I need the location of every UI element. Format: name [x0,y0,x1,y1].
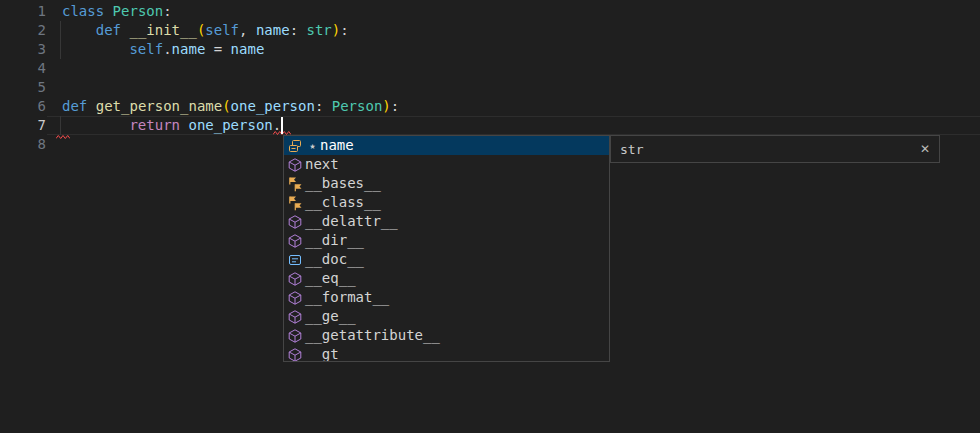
line-number: 8 [0,135,46,154]
code-token: name [256,22,290,38]
code-token: self [205,22,239,38]
text-cursor [281,117,283,134]
code-token: one_person [188,117,272,133]
code-token: : [391,98,399,114]
symbol-method-icon [287,157,303,173]
code-line[interactable]: class Person: [62,2,399,21]
code-token: = [205,41,230,57]
code-token: get_person_name [96,98,222,114]
code-line[interactable]: def get_person_name(one_person: Person): [62,97,399,116]
line-number: 2 [0,21,46,40]
symbol-class-icon [287,176,303,192]
code-token: return [129,117,180,133]
code-line[interactable] [62,59,399,78]
code-token: class [62,3,104,19]
code-line[interactable]: self.name = name [62,40,399,59]
code-token [62,22,96,38]
code-area[interactable]: class Person: def __init__(self, name: s… [62,2,399,154]
line-number: 6 [0,97,46,116]
suggestion-item[interactable]: __eq__ [284,269,609,288]
suggestion-item[interactable]: next [284,155,609,174]
suggestion-item[interactable]: __dir__ [284,231,609,250]
suggestion-item[interactable]: __getattribute__ [284,326,609,345]
code-token: name [231,41,265,57]
code-token [62,117,129,133]
symbol-method-icon [287,328,303,344]
code-token [104,3,112,19]
code-token [62,41,129,57]
suggestion-item[interactable]: __class__ [284,193,609,212]
suggestion-item[interactable]: __bases__ [284,174,609,193]
suggestion-label: __eq__ [305,269,356,288]
symbol-method-icon [287,233,303,249]
line-number: 5 [0,78,46,97]
symbol-method-icon [287,214,303,230]
code-token: one_person [231,98,315,114]
code-token: str [306,22,331,38]
suggestion-label: __ge__ [305,307,356,326]
symbol-method-icon [287,271,303,287]
code-token: ) [332,22,340,38]
code-token: : [163,3,171,19]
code-token: : [315,98,332,114]
code-token: name [172,41,206,57]
suggest-widget[interactable]: ★namenext__bases____class____delattr____… [283,135,610,362]
suggestion-label: name [320,136,354,155]
suggestion-label: __format__ [305,288,389,307]
suggestion-label: __bases__ [305,174,381,193]
code-token: . [163,41,171,57]
suggestion-label: next [305,155,339,174]
suggest-detail-panel: str ✕ [610,135,940,163]
star-icon: ★ [305,136,320,155]
line-number: 1 [0,2,46,21]
code-line[interactable]: def __init__(self, name: str): [62,21,399,40]
indent-guide [60,116,61,135]
code-line[interactable]: return one_person. [62,116,399,135]
symbol-method-icon [287,290,303,306]
suggestion-label: __delattr__ [305,212,398,231]
suggestion-item[interactable]: __format__ [284,288,609,307]
suggestion-item[interactable]: __doc__ [284,250,609,269]
suggestion-item[interactable]: ★name [284,136,609,155]
suggestion-label: __getattribute__ [305,326,440,345]
close-icon[interactable]: ✕ [920,140,930,159]
suggestion-label: __dir__ [305,231,364,250]
code-token: ( [222,98,230,114]
symbol-method-icon [287,347,303,363]
code-line[interactable] [62,78,399,97]
code-token: def [96,22,121,38]
line-number: 3 [0,40,46,59]
suggest-detail-text: str [620,140,643,159]
code-token [87,98,95,114]
code-token: : [340,22,348,38]
error-squiggle-icon [56,134,70,140]
suggestion-item[interactable]: __ge__ [284,307,609,326]
code-token: : [290,22,307,38]
line-number: 4 [0,59,46,78]
code-token: Person [113,3,164,19]
code-token: __init__ [129,22,196,38]
suggestion-item[interactable]: __gt__ [284,345,609,362]
suggestion-label: __doc__ [305,250,364,269]
suggestion-label: __gt__ [305,345,356,362]
code-token: self [129,41,163,57]
code-token: , [239,22,256,38]
symbol-field-icon [287,138,303,154]
symbol-class-icon [287,195,303,211]
code-editor[interactable]: 12345678 class Person: def __init__(self… [0,0,980,433]
symbol-doc-icon [287,252,303,268]
suggestion-label: __class__ [305,193,381,212]
code-token: Person [332,98,383,114]
line-number: 7 [0,116,46,135]
code-token: def [62,98,87,114]
suggestion-item[interactable]: __delattr__ [284,212,609,231]
indent-guide [60,21,61,59]
code-token: ) [382,98,390,114]
line-number-gutter: 12345678 [0,2,46,154]
symbol-method-icon [287,309,303,325]
